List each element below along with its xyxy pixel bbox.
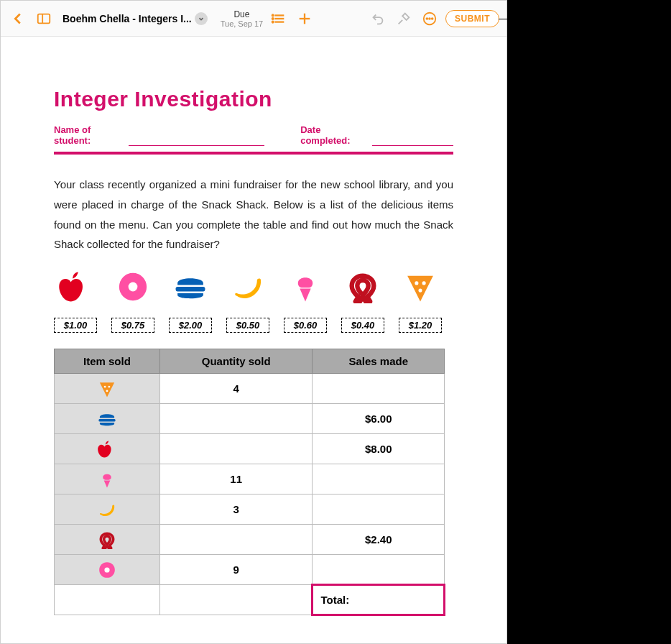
sales-cell[interactable]: $2.40 <box>313 525 445 555</box>
total-cell[interactable]: Total: <box>313 585 445 615</box>
qty-cell[interactable]: 9 <box>159 555 313 585</box>
page-title: Integer Investigation <box>54 87 453 111</box>
toolbar: Boehm Chella - Integers I... Due Tue, Se… <box>1 1 506 37</box>
table-row: 3 <box>55 494 445 525</box>
svg-point-13 <box>272 21 274 22</box>
list-icon[interactable] <box>269 9 289 29</box>
sales-cell[interactable] <box>313 374 445 404</box>
pizza-icon <box>404 269 437 305</box>
due-block: Due Tue, Sep 17 <box>221 9 264 28</box>
table-row: 11 <box>55 464 445 494</box>
menu-item-apple: $1.00 <box>54 269 97 333</box>
name-blank[interactable] <box>129 136 264 146</box>
total-row: Total: <box>55 585 445 615</box>
svg-point-17 <box>426 18 427 19</box>
menu-item-pizza: $1.20 <box>399 269 442 333</box>
table-row: $2.40 <box>55 525 445 555</box>
menu-item-burger: $2.00 <box>169 269 212 333</box>
icecream-icon <box>289 269 322 305</box>
sales-cell[interactable] <box>313 494 445 525</box>
table-row: 9 <box>55 555 445 585</box>
banana-icon <box>231 269 264 305</box>
panels-icon[interactable] <box>34 9 54 29</box>
qty-cell[interactable]: 11 <box>159 464 313 494</box>
date-field: Date completed: <box>300 124 453 146</box>
price-burger: $2.00 <box>169 318 212 333</box>
divider <box>54 152 453 155</box>
price-banana: $0.50 <box>226 318 269 333</box>
price-apple: $1.00 <box>54 318 97 333</box>
item-cell-pretzel <box>55 525 160 555</box>
qty-cell[interactable] <box>159 434 313 464</box>
item-cell-icecream <box>55 464 160 494</box>
menu-item-pretzel: $0.40 <box>341 269 384 333</box>
total-blank-2 <box>159 585 313 615</box>
qty-cell[interactable] <box>159 525 313 555</box>
name-field: Name of student: <box>54 124 264 146</box>
table-row: $8.00 <box>55 434 445 464</box>
table-header: Sales made <box>313 349 445 374</box>
qty-cell[interactable]: 4 <box>159 374 313 404</box>
svg-point-18 <box>429 18 430 19</box>
undo-icon[interactable] <box>368 9 388 29</box>
apple-icon <box>59 269 92 305</box>
pretzel-icon <box>346 269 379 305</box>
qty-cell[interactable] <box>159 404 313 434</box>
burger-icon <box>174 269 207 305</box>
table-header: Quantity sold <box>159 349 313 374</box>
due-date: Tue, Sep 17 <box>221 19 264 28</box>
item-cell-burger <box>55 404 160 434</box>
intro-paragraph: Your class recently organized a mini fun… <box>54 175 453 254</box>
item-cell-donut <box>55 555 160 585</box>
doc-title: Boehm Chella - Integers I... <box>63 13 192 24</box>
svg-point-12 <box>272 18 274 19</box>
total-blank-1 <box>55 585 160 615</box>
due-label: Due <box>221 9 264 19</box>
svg-rect-6 <box>38 14 50 23</box>
form-row: Name of student: Date completed: <box>54 124 453 146</box>
item-cell-apple <box>55 434 160 464</box>
qty-cell[interactable]: 3 <box>159 494 313 525</box>
sales-cell[interactable]: $6.00 <box>313 404 445 434</box>
page-content: Integer Investigation Name of student: D… <box>1 37 506 643</box>
menu-item-donut: $0.75 <box>111 269 154 333</box>
doc-title-block[interactable]: Boehm Chella - Integers I... <box>63 12 208 25</box>
submit-button[interactable]: SUBMIT <box>445 10 499 27</box>
menu-row: $1.00 $0.75 $2.00 $0.50 $0.60 $0.40 $1.2… <box>54 269 453 333</box>
menu-item-banana: $0.50 <box>226 269 269 333</box>
sales-cell[interactable]: $8.00 <box>313 434 445 464</box>
table-header: Item sold <box>55 349 160 374</box>
sales-cell[interactable] <box>313 464 445 494</box>
name-label: Name of student: <box>54 124 126 146</box>
date-label: Date completed: <box>300 124 369 146</box>
svg-point-19 <box>432 18 433 19</box>
sales-cell[interactable] <box>313 555 445 585</box>
gavel-icon[interactable] <box>394 9 414 29</box>
chevron-down-icon[interactable] <box>195 12 208 25</box>
donut-icon <box>116 269 149 305</box>
item-cell-banana <box>55 494 160 525</box>
sales-table: Item soldQuantity soldSales made 4 $6.00… <box>54 349 445 616</box>
price-donut: $0.75 <box>111 318 154 333</box>
price-icecream: $0.60 <box>284 318 327 333</box>
table-row: $6.00 <box>55 404 445 434</box>
callout-line <box>499 19 542 19</box>
add-icon[interactable] <box>295 9 315 29</box>
price-pizza: $1.20 <box>399 318 442 333</box>
back-icon[interactable] <box>8 9 28 29</box>
item-cell-pizza <box>55 374 160 404</box>
table-row: 4 <box>55 374 445 404</box>
date-blank[interactable] <box>372 136 453 146</box>
app-window: Boehm Chella - Integers I... Due Tue, Se… <box>0 0 507 644</box>
menu-item-icecream: $0.60 <box>284 269 327 333</box>
more-icon[interactable] <box>420 9 440 29</box>
price-pretzel: $0.40 <box>341 318 384 333</box>
svg-point-11 <box>272 14 274 16</box>
